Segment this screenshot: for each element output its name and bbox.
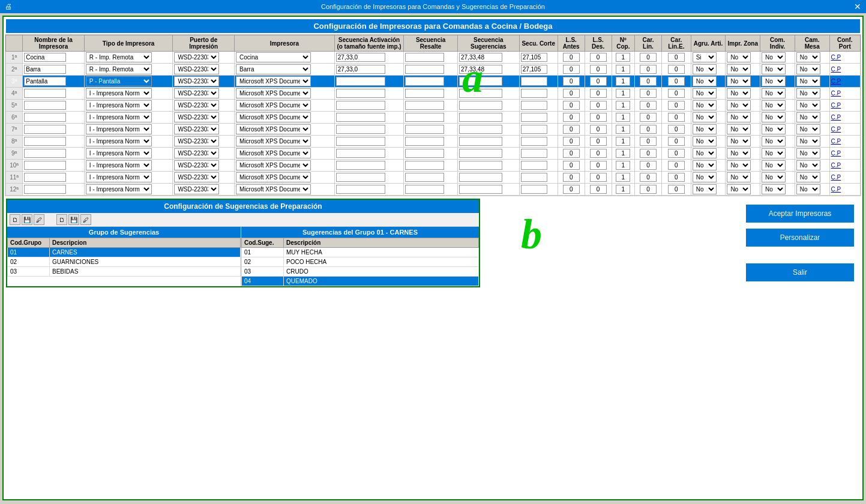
seq-act-input[interactable] xyxy=(336,185,385,194)
personalizar-button[interactable]: Personalizar xyxy=(746,229,854,247)
secu-corte-input[interactable] xyxy=(521,137,547,146)
row-nº-cop[interactable] xyxy=(612,52,634,64)
ls-antes-input[interactable] xyxy=(563,161,580,170)
row-impr-zona[interactable]: NoSi xyxy=(726,100,760,112)
row-tipo[interactable]: I - Impresora NormR - Imp. RemotaP - Pan… xyxy=(84,64,173,76)
tipo-select[interactable]: I - Impresora NormR - Imp. RemotaP - Pan… xyxy=(86,124,152,134)
row-ls-antes[interactable] xyxy=(558,184,585,196)
nº-cop-input[interactable] xyxy=(616,53,630,62)
com-indiv-select[interactable]: NoSi xyxy=(762,52,786,62)
com-indiv-select[interactable]: NoSi xyxy=(762,124,786,134)
puerto-select[interactable]: WSD-223037` xyxy=(174,136,219,146)
ls-des-input[interactable] xyxy=(590,161,607,170)
row-seq-sug[interactable] xyxy=(458,64,520,76)
row-ls-des[interactable] xyxy=(585,52,612,64)
row-cam-mesa[interactable]: NoSi xyxy=(795,52,829,64)
agru-arti-select[interactable]: SiNo xyxy=(693,100,717,110)
toolbar-new-icon[interactable]: 🗋 xyxy=(10,214,20,225)
row-cam-mesa[interactable]: NoSi xyxy=(795,124,829,136)
nombre-input[interactable] xyxy=(24,173,66,182)
car-lin-e-input[interactable] xyxy=(668,149,685,158)
row-agru-arti[interactable]: SiNo xyxy=(691,124,726,136)
conf-port-link[interactable]: C.P xyxy=(831,114,841,121)
nombre-input[interactable] xyxy=(24,101,66,110)
tipo-select[interactable]: I - Impresora NormR - Imp. RemotaP - Pan… xyxy=(86,52,152,62)
ls-des-input[interactable] xyxy=(590,77,607,86)
impr-zona-select[interactable]: NoSi xyxy=(727,52,751,62)
ls-antes-input[interactable] xyxy=(563,101,580,110)
conf-port-link[interactable]: C.P xyxy=(831,186,841,193)
row-tipo[interactable]: I - Impresora NormR - Imp. RemotaP - Pan… xyxy=(84,172,173,184)
row-seq-sug[interactable] xyxy=(458,112,520,124)
tipo-select[interactable]: I - Impresora NormR - Imp. RemotaP - Pan… xyxy=(86,76,152,86)
row-nº-cop[interactable] xyxy=(612,124,634,136)
row-tipo[interactable]: I - Impresora NormR - Imp. RemotaP - Pan… xyxy=(84,160,173,172)
nombre-input[interactable] xyxy=(24,53,66,62)
row-agru-arti[interactable]: SiNo xyxy=(691,136,726,148)
puerto-select[interactable]: WSD-223037` xyxy=(174,76,219,86)
impresora-select[interactable]: Microsoft XPS Document xyxy=(236,112,311,122)
car-lin-e-input[interactable] xyxy=(668,53,685,62)
impr-zona-select[interactable]: NoSi xyxy=(727,160,751,170)
com-indiv-select[interactable]: NoSi xyxy=(762,76,786,86)
impr-zona-select[interactable]: NoSi xyxy=(727,124,751,134)
row-secu-corte[interactable] xyxy=(519,52,558,64)
row-puerto[interactable]: WSD-223037` xyxy=(173,52,235,64)
row-secu-corte[interactable] xyxy=(519,76,558,88)
car-lin-e-input[interactable] xyxy=(668,89,685,98)
row-seq-act[interactable] xyxy=(334,100,403,112)
secu-corte-input[interactable] xyxy=(521,77,547,86)
conf-port-link[interactable]: C.P xyxy=(831,126,841,133)
row-cam-mesa[interactable]: NoSi xyxy=(795,76,829,88)
row-com-indiv[interactable]: NoSi xyxy=(760,136,795,148)
row-impr-zona[interactable]: NoSi xyxy=(726,160,760,172)
row-car-lin[interactable] xyxy=(635,76,662,88)
row-nº-cop[interactable] xyxy=(612,64,634,76)
row-ls-des[interactable] xyxy=(585,136,612,148)
seq-sug-input[interactable] xyxy=(459,149,502,158)
row-seq-res[interactable] xyxy=(404,100,458,112)
row-car-lin-e[interactable] xyxy=(661,52,691,64)
tipo-select[interactable]: I - Impresora NormR - Imp. RemotaP - Pan… xyxy=(86,136,152,146)
ls-des-input[interactable] xyxy=(590,89,607,98)
cam-mesa-select[interactable]: NoSi xyxy=(796,136,820,146)
row-seq-sug[interactable] xyxy=(458,184,520,196)
row-ls-des[interactable] xyxy=(585,148,612,160)
cam-mesa-select[interactable]: NoSi xyxy=(796,124,820,134)
com-indiv-select[interactable]: NoSi xyxy=(762,88,786,98)
row-nº-cop[interactable] xyxy=(612,76,634,88)
row-ls-antes[interactable] xyxy=(558,76,585,88)
row-conf-port[interactable]: C.P xyxy=(829,52,860,64)
row-impresora[interactable]: Microsoft XPS Document xyxy=(235,184,335,196)
aceptar-impresoras-button[interactable]: Aceptar Impresoras xyxy=(746,205,854,223)
row-impresora[interactable]: Barra xyxy=(235,64,335,76)
row-car-lin[interactable] xyxy=(635,52,662,64)
ls-antes-input[interactable] xyxy=(563,173,580,182)
tipo-select[interactable]: I - Impresora NormR - Imp. RemotaP - Pan… xyxy=(86,172,152,182)
row-com-indiv[interactable]: NoSi xyxy=(760,172,795,184)
row-com-indiv[interactable]: NoSi xyxy=(760,160,795,172)
car-lin-e-input[interactable] xyxy=(668,101,685,110)
seq-res-input[interactable] xyxy=(405,149,444,158)
ls-antes-input[interactable] xyxy=(563,137,580,146)
conf-port-link[interactable]: C.P xyxy=(831,54,841,61)
row-com-indiv[interactable]: NoSi xyxy=(760,148,795,160)
nombre-input[interactable] xyxy=(24,89,66,98)
row-nombre[interactable] xyxy=(23,112,85,124)
lista-row[interactable]: 02 POCO HECHA xyxy=(242,257,479,267)
row-secu-corte[interactable] xyxy=(519,184,558,196)
row-cam-mesa[interactable]: NoSi xyxy=(795,160,829,172)
seq-act-input[interactable] xyxy=(336,149,385,158)
row-nombre[interactable] xyxy=(23,124,85,136)
row-cam-mesa[interactable]: NoSi xyxy=(795,172,829,184)
row-seq-res[interactable] xyxy=(404,136,458,148)
cam-mesa-select[interactable]: NoSi xyxy=(796,112,820,122)
row-car-lin[interactable] xyxy=(635,64,662,76)
row-seq-act[interactable] xyxy=(334,148,403,160)
row-seq-act[interactable] xyxy=(334,172,403,184)
row-nº-cop[interactable] xyxy=(612,172,634,184)
cam-mesa-select[interactable]: NoSi xyxy=(796,52,820,62)
row-agru-arti[interactable]: SiNo xyxy=(691,160,726,172)
cam-mesa-select[interactable]: NoSi xyxy=(796,76,820,86)
row-ls-antes[interactable] xyxy=(558,148,585,160)
